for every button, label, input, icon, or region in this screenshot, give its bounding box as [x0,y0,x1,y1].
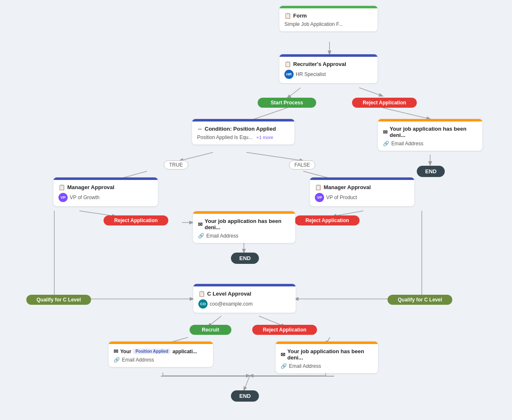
condition-sub: Position Applied Is Equ... +1 more [197,134,289,140]
mgr-right-title: 📋 Manager Approval [315,184,409,190]
false-label: FALSE [289,160,315,170]
end-node-top-right: END [417,166,445,177]
email-denied-bottom-node[interactable]: ✉ Your job application has been deni... … [276,342,378,373]
bottom-connector-bar [161,376,334,377]
email-denied-mid-title: ✉ Your job application has been deni... [198,218,290,230]
email-denied-top-right-node[interactable]: ✉ Your job application has been deni... … [378,119,482,151]
c-level-sub: CO coo@example.com [198,299,291,309]
reject-app-bottom-pill[interactable]: Reject Application [252,325,317,335]
end-node-bottom: END [231,390,259,402]
email-denied-bottom-sub: 🔗 Email Address [281,363,373,369]
co-badge: CO [198,299,208,309]
email-recruit-sub: 🔗 Email Address [114,357,208,363]
c-level-approval-node[interactable]: 📋 C Level Approval CO coo@example.com [193,284,296,313]
email-denied-tr-sub: 🔗 Email Address [383,141,477,147]
mail-icon: ✉ [383,129,388,135]
reject-app-mid-pill[interactable]: Reject Application [295,215,360,225]
mgr-left-title: 📋 Manager Approval [58,184,153,190]
true-label: TRUE [164,160,188,170]
mgr-right-icon: 📋 [315,184,322,190]
condition-icon: ↔ [197,126,203,132]
qualify-c-right-pill[interactable]: Qualify for C Level [388,295,452,305]
mail-recruit-icon: ✉ [114,348,118,354]
link-mid-icon: 🔗 [198,233,204,239]
reject-app-left-pill[interactable]: Reject Application [104,215,168,225]
email-denied-mid-node[interactable]: ✉ Your job application has been deni... … [193,211,295,243]
form-node[interactable]: 📋 Form Simple Job Application F... [279,6,378,31]
condition-title: ↔ Condition: Position Applied [197,126,289,132]
form-title: 📋 Form [284,13,373,19]
mgr-left-sub: VP VP of Growth [58,193,153,202]
qualify-c-left-pill[interactable]: Qualify for C Level [26,295,91,305]
c-level-title: 📋 C Level Approval [198,291,291,297]
email-recruit-node[interactable]: ✉ Your Position Applied applicati... 🔗 E… [109,342,213,367]
email-recruit-title: ✉ Your Position Applied applicati... [114,348,208,354]
condition-node[interactable]: ↔ Condition: Position Applied Position A… [192,119,294,144]
position-applied-badge: Position Applied [133,349,170,354]
link-recruit-icon: 🔗 [114,357,120,363]
email-denied-tr-title: ✉ Your job application has been deni... [383,126,477,138]
end-node-mid: END [231,253,259,264]
form-subtitle: Simple Job Application F... [284,21,373,27]
link-icon: 🔗 [383,141,389,147]
mgr-right-sub: VP VP of Product [315,193,409,202]
recruiters-sub: HR HR Specialist [284,70,373,79]
email-denied-mid-sub: 🔗 Email Address [198,233,290,239]
mail-bottom-icon: ✉ [281,352,285,358]
reject-app-top-pill[interactable]: Reject Application [352,98,417,108]
recruiters-approval-node[interactable]: 📋 Recruiter's Approval HR HR Specialist [279,54,378,83]
recruiters-title: 📋 Recruiter's Approval [284,61,373,67]
mgr-left-icon: 📋 [58,184,65,190]
vp-left-badge: VP [58,193,68,202]
mail-mid-icon: ✉ [198,221,203,228]
start-process-pill[interactable]: Start Process [258,98,316,108]
email-denied-bottom-title: ✉ Your job application has been deni... [281,348,373,361]
manager-approval-right-node[interactable]: 📋 Manager Approval VP VP of Product [310,177,414,206]
approval-icon: 📋 [284,61,291,67]
more-link[interactable]: +1 more [256,135,274,140]
workflow-canvas: 📋 Form Simple Job Application F... 📋 Rec… [0,0,512,420]
manager-approval-left-node[interactable]: 📋 Manager Approval VP VP of Growth [53,177,158,206]
c-level-icon: 📋 [198,291,205,297]
link-bottom-icon: 🔗 [281,363,287,369]
vp-right-badge: VP [315,193,324,202]
recruit-pill[interactable]: Recruit [190,325,231,335]
connectors [0,0,512,420]
form-icon: 📋 [284,13,291,19]
hr-badge: HR [284,70,294,79]
